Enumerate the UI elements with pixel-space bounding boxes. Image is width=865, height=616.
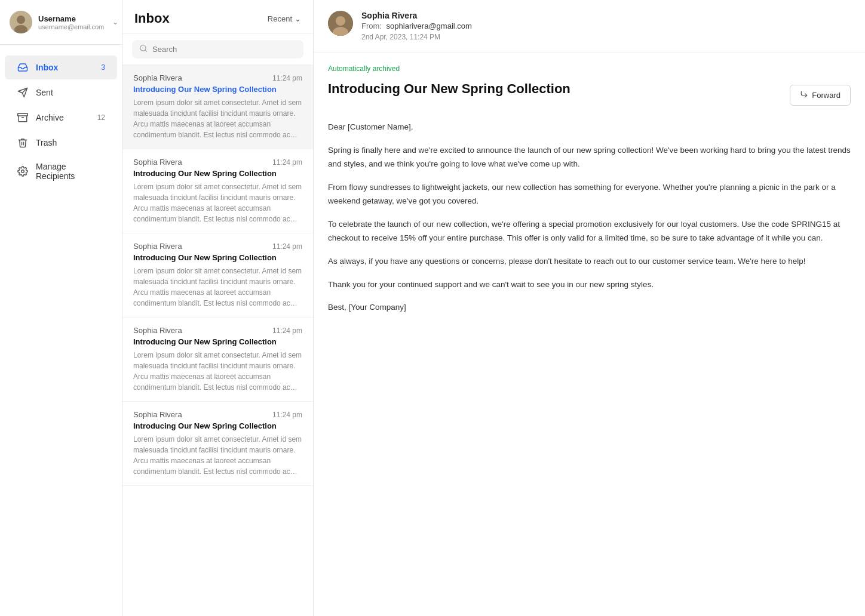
email-date: 2nd Apr, 2023, 11:24 PM	[361, 33, 851, 41]
inbox-icon	[17, 61, 29, 73]
forward-icon	[800, 90, 808, 100]
avatar	[10, 11, 32, 33]
email-paragraph: From flowy sundresses to lightweight jac…	[328, 181, 851, 208]
search-input[interactable]	[152, 45, 296, 54]
email-time: 11:24 pm	[272, 158, 302, 167]
sidebar-item-sent[interactable]: Sent	[5, 81, 117, 104]
svg-point-1	[17, 16, 25, 24]
sort-label: Recent	[268, 14, 292, 23]
email-subject: Introducing Our New Spring Collection	[133, 85, 302, 94]
email-preview: Lorem ipsum dolor sit amet consectetur. …	[133, 434, 302, 477]
email-item[interactable]: Sophia Rivera 11:24 pm Introducing Our N…	[122, 233, 313, 318]
sidebar-item-label-manage-recipients: Manage Recipients	[36, 162, 105, 181]
sidebar-item-trash[interactable]: Trash	[5, 131, 117, 155]
gear-icon	[17, 165, 29, 177]
email-sender: Sophia Rivera	[133, 242, 182, 251]
search-icon	[139, 44, 148, 54]
email-detail-subject: Introducing Our New Spring Collection	[328, 81, 790, 97]
email-paragraph: Spring is finally here and we're excited…	[328, 144, 851, 171]
user-profile[interactable]: Username username@email.com ⌄	[0, 0, 122, 45]
from-label: From:	[361, 21, 382, 30]
sidebar-item-inbox[interactable]: Inbox 3	[5, 56, 117, 79]
svg-line-9	[145, 50, 147, 52]
email-preview: Lorem ipsum dolor sit amet consectetur. …	[133, 181, 302, 224]
email-item-header: Sophia Rivera 11:24 pm	[133, 410, 302, 419]
email-item-header: Sophia Rivera 11:24 pm	[133, 73, 302, 82]
subject-row: Introducing Our New Spring Collection Fo…	[328, 81, 851, 109]
sender-info: Sophia Rivera From: sophiarivera@gmail.c…	[361, 11, 851, 41]
email-list-header: Inbox Recent ⌄	[122, 0, 313, 34]
email-time: 11:24 pm	[272, 327, 302, 335]
email-detail: Sophia Rivera From: sophiarivera@gmail.c…	[314, 0, 865, 616]
inbox-title: Inbox	[134, 11, 170, 26]
search-bar	[122, 34, 313, 65]
email-list: Inbox Recent ⌄ Sophia Rivera 11:24 pm In…	[122, 0, 314, 616]
email-list-items: Sophia Rivera 11:24 pm Introducing Our N…	[122, 65, 313, 616]
archived-badge: Automatically archived	[328, 64, 851, 73]
sent-icon	[17, 87, 29, 98]
email-item[interactable]: Sophia Rivera 11:24 pm Introducing Our N…	[122, 149, 313, 233]
sender-email: sophiarivera@gmail.com	[387, 21, 472, 30]
svg-point-11	[336, 16, 345, 26]
sidebar-item-label-trash: Trash	[36, 138, 105, 147]
email-paragraph: Best, [Your Company]	[328, 301, 851, 315]
sender-from: From: sophiarivera@gmail.com	[361, 21, 851, 30]
email-subject: Introducing Our New Spring Collection	[133, 169, 302, 178]
email-item-header: Sophia Rivera 11:24 pm	[133, 242, 302, 251]
trash-icon	[17, 137, 29, 149]
sender-avatar	[328, 11, 353, 36]
email-preview: Lorem ipsum dolor sit amet consectetur. …	[133, 350, 302, 393]
email-body-text: Dear [Customer Name],Spring is finally h…	[328, 121, 851, 315]
sort-button[interactable]: Recent ⌄	[268, 14, 301, 23]
nav-items: Inbox 3 Sent Archive 12	[0, 45, 122, 604]
email-subject: Introducing Our New Spring Collection	[133, 337, 302, 346]
email-sender: Sophia Rivera	[133, 158, 182, 167]
email-detail-body: Automatically archived Introducing Our N…	[314, 53, 865, 327]
sidebar: Username username@email.com ⌄ Inbox 3	[0, 0, 122, 616]
sidebar-item-label-sent: Sent	[36, 88, 105, 97]
email-item[interactable]: Sophia Rivera 11:24 pm Introducing Our N…	[122, 402, 313, 486]
email-sender: Sophia Rivera	[133, 410, 182, 419]
email-paragraph: To celebrate the launch of our new colle…	[328, 218, 851, 245]
email-preview: Lorem ipsum dolor sit amet consectetur. …	[133, 97, 302, 140]
sender-name: Sophia Rivera	[361, 11, 851, 20]
archive-icon	[17, 112, 29, 124]
email-greeting: Dear [Customer Name],	[328, 121, 851, 134]
email-preview: Lorem ipsum dolor sit amet consectetur. …	[133, 266, 302, 309]
email-time: 11:24 pm	[272, 411, 302, 419]
chevron-down-icon: ⌄	[112, 18, 118, 26]
email-paragraph: As always, if you have any questions or …	[328, 255, 851, 269]
email-time: 11:24 pm	[272, 242, 302, 251]
email-detail-header: Sophia Rivera From: sophiarivera@gmail.c…	[314, 0, 865, 53]
user-name: Username	[38, 14, 104, 23]
email-subject: Introducing Our New Spring Collection	[133, 253, 302, 262]
email-sender: Sophia Rivera	[133, 73, 182, 82]
user-email: username@email.com	[38, 23, 104, 30]
sidebar-item-badge-archive: 12	[97, 113, 105, 122]
forward-label: Forward	[812, 91, 841, 100]
sidebar-item-badge-inbox: 3	[101, 63, 105, 72]
svg-point-7	[22, 170, 24, 173]
sort-chevron-icon: ⌄	[295, 14, 301, 23]
email-subject: Introducing Our New Spring Collection	[133, 421, 302, 430]
sidebar-item-archive[interactable]: Archive 12	[5, 106, 117, 130]
sidebar-item-manage-recipients[interactable]: Manage Recipients	[5, 156, 117, 187]
user-info: Username username@email.com	[38, 14, 104, 30]
email-time: 11:24 pm	[272, 74, 302, 82]
search-input-wrap	[132, 40, 303, 58]
svg-rect-5	[18, 113, 28, 116]
email-sender: Sophia Rivera	[133, 326, 182, 335]
email-item[interactable]: Sophia Rivera 11:24 pm Introducing Our N…	[122, 318, 313, 402]
sidebar-item-label-archive: Archive	[36, 113, 90, 122]
forward-button[interactable]: Forward	[790, 85, 851, 106]
email-item-header: Sophia Rivera 11:24 pm	[133, 158, 302, 167]
email-paragraph: Thank you for your continued support and…	[328, 278, 851, 292]
sidebar-item-label-inbox: Inbox	[36, 63, 94, 72]
email-item[interactable]: Sophia Rivera 11:24 pm Introducing Our N…	[122, 65, 313, 149]
email-item-header: Sophia Rivera 11:24 pm	[133, 326, 302, 335]
